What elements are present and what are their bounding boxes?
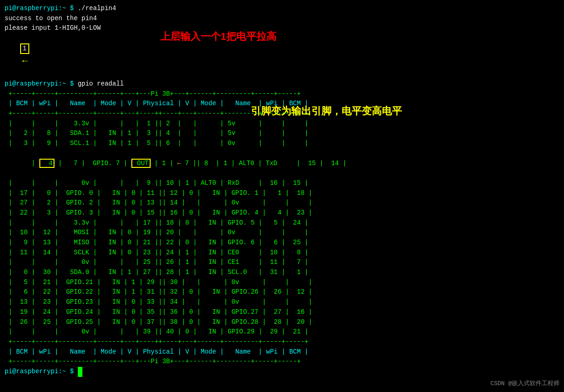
row-19: | 26 | 25 | GPIO.25 | IN | 0 | 37 || 38 … <box>5 317 559 328</box>
row-14: | 0 | 30 | SDA.0 | IN | 1 | 27 || 28 | 1… <box>5 268 559 278</box>
row-12: | 11 | 14 | SCLK | IN | 0 | 23 || 24 | 1… <box>5 248 559 258</box>
row-5: | | | 0v | | | 9 || 10 | 1 | ALT0 | RxD … <box>5 178 559 188</box>
input-line: 1 ← <box>5 33 559 78</box>
cmd-line-2: pi@raspberrypi:~ $ gpio readall <box>5 79 559 89</box>
row-7: | 27 | 2 | GPIO. 2 | IN | 0 | 13 || 14 |… <box>5 198 559 208</box>
output-line-2: please input 1-HIGH,0-LOW <box>5 23 559 33</box>
table-footer-header: | BCM | wPi | Name | Mode | V | Physical… <box>5 347 559 357</box>
row-3: | 3 | 9 | SCL.1 | IN | 1 | 5 || 6 | | | … <box>5 139 559 149</box>
row-4-highlight: | 4 | 7 | GPIO. 7 | OUT | 1 | ← 7 || 8 |… <box>5 149 559 178</box>
annotation-output-high: 引脚变为输出引脚，电平变高电平 <box>251 104 402 118</box>
final-prompt: pi@raspberrypi:~ $ <box>5 367 559 377</box>
sep-bottom: +-----+-----+---------+------+---+----++… <box>5 337 559 347</box>
row-17: | 13 | 23 | GPIO.23 | IN | 0 | 33 || 34 … <box>5 297 559 307</box>
terminal: pi@raspberrypi:~ $ ./realpin4 success to… <box>0 0 564 392</box>
sep-top: +-----+-----+---------+------+---+---Pi … <box>5 89 559 99</box>
row-6: | 17 | 0 | GPIO. 0 | IN | 0 | 11 || 12 |… <box>5 188 559 199</box>
row-15: | 5 | 21 | GPIO.21 | IN | 1 | 29 || 30 |… <box>5 278 559 288</box>
row-16: | 6 | 22 | GPIO.22 | IN | 1 | 31 || 32 |… <box>5 287 559 297</box>
gpio-table: +-----+-----+---------+------+---+---Pi … <box>5 89 559 367</box>
cmd-line-1: pi@raspberrypi:~ $ ./realpin4 <box>5 4 559 14</box>
annotation-pull-high: 上层输入一个1把电平拉高 <box>160 30 277 43</box>
row-18: | 19 | 24 | GPIO.24 | IN | 0 | 35 || 36 … <box>5 307 559 317</box>
sep-pi-bottom: +-----+-----+---------+------+---+---Pi … <box>5 357 559 367</box>
row-2: | 2 | 8 | SDA.1 | IN | 1 | 3 || 4 | | | … <box>5 129 559 139</box>
row-1: | | | 3.3v | | | 1 || 2 | | | 5v | | | <box>5 119 559 129</box>
row-10: | 10 | 12 | MOSI | IN | 0 | 19 || 20 | |… <box>5 228 559 238</box>
row-13: | | | 0v | | | 25 || 26 | 1 | IN | CE1 |… <box>5 258 559 268</box>
row-8: | 22 | 3 | GPIO. 3 | IN | 0 | 15 || 16 |… <box>5 208 559 218</box>
row-20: | | | 0v | | | 39 || 40 | 0 | IN | GPIO.… <box>5 327 559 337</box>
watermark: CSDN @嵌入式软件工程师 <box>490 379 559 387</box>
row-11: | 9 | 13 | MISO | IN | 0 | 21 || 22 | 0 … <box>5 238 559 248</box>
output-line-1: success to open the pin4 <box>5 14 559 24</box>
row-9: | | | 3.3v | | | 17 || 18 | 0 | IN | GPI… <box>5 218 559 228</box>
